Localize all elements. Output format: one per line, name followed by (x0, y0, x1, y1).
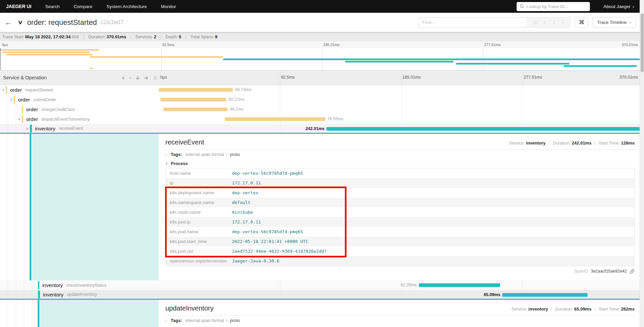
chevron-down-icon[interactable]: ∨ (17, 117, 22, 121)
span-duration-bar[interactable] (502, 293, 588, 297)
trace-collapse-toggle[interactable]: ∨ (17, 19, 23, 26)
span-row-checkInventoryStatus[interactable]: inventorycheckInventoryStatus62.09ms (0, 280, 644, 290)
span-row-submitOrder[interactable]: ∨ordersubmitOrder50.27ms (0, 95, 644, 105)
span-service-name: order (10, 87, 22, 93)
span-operation-name: requestStarted (25, 88, 53, 92)
trace-id: c2a3ad7 (100, 19, 123, 26)
nav-item-monitor[interactable]: Monitor (161, 4, 176, 9)
process-accordion[interactable]: ∨Process (165, 159, 635, 168)
summary-duration: Duration370.01ms (88, 34, 126, 39)
span-duration-bar[interactable] (160, 98, 226, 101)
focus-match-icon[interactable]: ◎ (533, 20, 537, 25)
chevron-down-icon: ∨ (632, 5, 635, 9)
trace-view-selector[interactable]: Trace Timeline ∨ (592, 17, 636, 28)
span-detail-panel: receiveEventService: inventory|Duration:… (159, 134, 644, 280)
chevron-down-icon[interactable]: ∨ (1, 88, 6, 92)
duration-label: Duration: (555, 306, 574, 312)
summary-trace-start: Trace StartMay 18 2022, 17:02:34.806 (2, 34, 79, 39)
span-detail-header[interactable]: updateInventoryService: inventory|Durati… (165, 304, 635, 312)
find-input[interactable] (418, 17, 527, 28)
span-name-cell[interactable]: inventorycheckInventoryStatus (0, 280, 159, 290)
span-duration-bar[interactable] (419, 283, 500, 287)
span-duration-bar[interactable] (225, 117, 325, 121)
start-time-label: Start Time: (599, 140, 621, 146)
nav-item-system-architecture[interactable]: System Architecture (107, 4, 147, 9)
span-operation-title: updateInventory (165, 304, 213, 312)
span-name-cell[interactable]: ∨orderdispatchEventToInventory (0, 114, 159, 124)
minimap-canvas[interactable] (0, 48, 644, 70)
collapse-all-icon[interactable]: ⇊ (136, 75, 139, 80)
scrollbar-thumb[interactable] (641, 13, 644, 72)
nav-item-search[interactable]: Search (45, 4, 59, 9)
minimap-span-bar (0, 49, 99, 51)
meta-separator: | (595, 140, 596, 146)
next-match-icon[interactable]: ∨ (552, 20, 556, 25)
process-key: k8s.node.name (166, 210, 232, 215)
span-duration-bar[interactable] (326, 127, 644, 131)
span-operation-name: submitOrder (33, 97, 56, 102)
span-timeline-cell[interactable]: 242.01ms (159, 124, 644, 133)
span-row-updateInventory[interactable]: inventoryupdateInventory65.09ms (0, 290, 644, 300)
span-row-chargeCreditCard[interactable]: orderchargeCreditCard49.1ms (0, 105, 644, 114)
nav-menu: SearchCompareSystem ArchitectureMonitor (38, 4, 183, 9)
expand-all-icon[interactable]: ⇉ (144, 75, 148, 80)
span-timeline-cell[interactable]: 62.09ms (159, 280, 644, 290)
tags-accordion[interactable]: ›Tags:internal.span.format=proto (165, 150, 635, 159)
trace-lookup-input[interactable] (526, 4, 587, 9)
clear-find-icon[interactable]: × (562, 20, 564, 25)
span-row-receiveEvent[interactable]: ∨inventoryreceiveEvent242.01ms (0, 124, 644, 134)
process-kv-row: k8s.pod.start_time2022-05-18 22:01:41 +0… (166, 237, 634, 246)
span-name-cell[interactable]: ∨ordersubmitOrder (0, 95, 159, 105)
span-timeline-cell[interactable]: 56.73ms (159, 85, 644, 95)
span-detail-header[interactable]: receiveEventService: inventory|Duration:… (165, 138, 635, 146)
expand-one-icon[interactable]: › (130, 75, 131, 80)
chevron-down-icon[interactable]: ∨ (9, 97, 14, 102)
app-logo[interactable]: JAEGER UI (0, 4, 38, 9)
trace-minimap[interactable]: 0μs92.5ms185.01ms277.51ms370.01ms (0, 41, 644, 71)
column-resizer-handle[interactable]: ∥∥ (154, 76, 157, 80)
span-duration-label: 65.09ms (484, 292, 500, 297)
span-row-requestStarted[interactable]: ∨orderrequestStarted56.73ms (0, 85, 644, 95)
span-operation-name: dispatchEventToInventory (41, 117, 89, 122)
process-key: k8s.pod.start_time (166, 239, 232, 244)
summary-value: 2 (154, 34, 156, 39)
indent-guides (0, 105, 16, 114)
process-label: Process (171, 161, 188, 166)
span-name-cell[interactable]: orderchargeCreditCard (0, 105, 159, 114)
trace-lookup[interactable] (517, 2, 590, 11)
span-duration-bar[interactable] (163, 108, 228, 111)
chevron-down-icon[interactable]: ∨ (25, 126, 30, 131)
prev-match-icon[interactable]: ∧ (543, 20, 547, 25)
span-timeline-cell[interactable]: 65.09ms (159, 290, 644, 299)
span-duration-label: 242.01ms (306, 126, 324, 131)
collapse-one-icon[interactable]: ∨ (122, 75, 125, 80)
span-row-dispatchEventToInventory[interactable]: ∨orderdispatchEventToInventory76.55ms (0, 114, 644, 124)
summary-total-spans: Total Spans9 (191, 34, 217, 39)
nav-item-compare[interactable]: Compare (74, 4, 92, 9)
tags-accordion[interactable]: ›Tags:internal.span.format=proto (165, 316, 635, 325)
keyboard-shortcuts-button[interactable]: ⌘ (575, 17, 588, 28)
deep-link-icon[interactable] (630, 269, 635, 274)
tick-label: 92.5ms (162, 43, 174, 47)
vertical-scrollbar[interactable] (640, 0, 644, 327)
span-timeline-cell[interactable]: 50.27ms (159, 95, 644, 105)
span-detail-meta: Service: inventory|Duration: 65.09ms|Sta… (511, 306, 635, 312)
span-operation-name: checkInventoryStatus (66, 283, 107, 288)
process-value: default (232, 200, 250, 205)
tick-label: 370.01ms (622, 43, 638, 47)
tick-label: 185.01ms (402, 75, 421, 80)
start-time-value: 128ms (621, 140, 635, 146)
tag-value: proto (230, 318, 240, 323)
span-name-cell[interactable]: inventoryupdateInventory (0, 290, 159, 299)
back-button[interactable]: ← (5, 18, 12, 27)
span-name-cell[interactable]: ∨inventoryreceiveEvent (0, 124, 159, 133)
tick-label: 370.01ms (619, 75, 638, 80)
span-timeline-cell[interactable]: 76.55ms (159, 114, 644, 124)
process-value: 2022-05-18 22:01:41 +0000 UTC (232, 239, 308, 244)
span-timeline-cell[interactable]: 49.1ms (159, 105, 644, 114)
process-value: 172.17.0.11 (232, 180, 261, 186)
span-duration-bar[interactable] (159, 88, 233, 92)
span-name-cell[interactable]: ∨orderrequestStarted (0, 85, 159, 95)
summary-label: Trace Start (2, 34, 24, 39)
about-jaeger-menu[interactable]: About Jaeger∨ (603, 4, 635, 9)
